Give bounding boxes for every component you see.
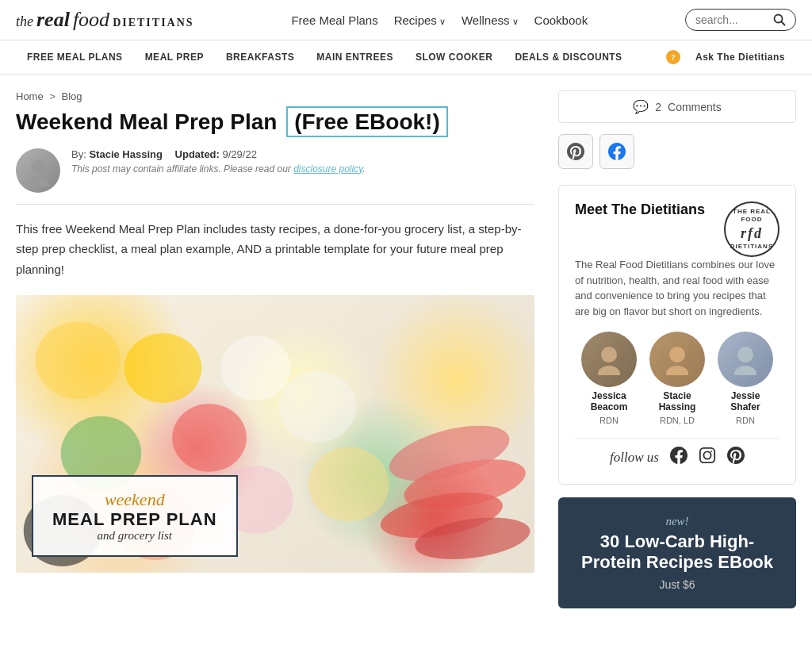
svg-point-26 xyxy=(710,451,712,452)
svg-point-7 xyxy=(172,404,247,472)
author-avatar xyxy=(16,148,60,193)
author-by-label: By: xyxy=(71,148,86,160)
follow-row: follow us xyxy=(575,438,779,468)
svg-point-8 xyxy=(221,336,291,401)
sidebar: 💬 2 Comments THE REAL FOOD rfd DIETITI xyxy=(558,90,796,608)
search-box[interactable] xyxy=(685,9,796,31)
secondary-nav: FREE MEAL PLANS MEAL PREP BREAKFASTS MAI… xyxy=(0,40,812,75)
sec-nav-deals[interactable]: DEALS & DISCOUNTS xyxy=(504,48,633,66)
svg-point-20 xyxy=(669,347,685,363)
jessie-name: JessieShafer xyxy=(730,390,760,412)
affiliate-note: This post may contain affiliate links. P… xyxy=(71,163,534,175)
instagram-follow-icon[interactable] xyxy=(699,447,716,468)
card-weekend: weekend xyxy=(52,489,217,510)
logo-the: the xyxy=(16,13,33,30)
rfd-middle: rfd xyxy=(741,224,763,243)
main-nav-links: Free Meal Plans Recipes Wellness Cookboo… xyxy=(218,13,661,27)
svg-point-4 xyxy=(35,322,120,400)
jessie-avatar xyxy=(718,332,773,387)
author-avatar-icon xyxy=(22,155,54,186)
comments-count: 2 xyxy=(655,101,661,113)
nav-cookbook[interactable]: Cookbook xyxy=(534,13,588,27)
hero-image: weekend MEAL PREP PLAN and grocery list xyxy=(16,295,534,573)
jessica-avatar-icon xyxy=(593,343,625,375)
comments-label: Comments xyxy=(668,101,722,113)
updated-date: 9/29/22 xyxy=(223,148,257,160)
main-container: Home > Blog Weekend Meal Prep Plan (Free… xyxy=(0,75,812,624)
author-section: By: Stacie Hassing Updated: 9/29/22 This… xyxy=(16,148,534,205)
breadcrumb-blog[interactable]: Blog xyxy=(62,90,82,102)
comments-bar[interactable]: 💬 2 Comments xyxy=(558,90,796,123)
site-logo[interactable]: the real food DIETITIANS xyxy=(16,8,194,32)
facebook-icon xyxy=(608,143,626,160)
logo-dietitians: DIETITIANS xyxy=(113,17,193,29)
jessica-avatar xyxy=(581,332,637,387)
pinterest-follow-icon[interactable] xyxy=(727,447,745,468)
breadcrumb: Home > Blog xyxy=(16,90,534,102)
jessica-name: JessicaBeacom xyxy=(591,390,628,412)
author-info: By: Stacie Hassing Updated: 9/29/22 This… xyxy=(71,148,534,175)
svg-point-9 xyxy=(279,371,357,443)
nav-free-meal-plans[interactable]: Free Meal Plans xyxy=(291,13,377,27)
card-subtitle: and grocery list xyxy=(52,529,217,543)
nav-recipes[interactable]: Recipes xyxy=(394,13,446,27)
dietitian-stacie: StacieHassing RDN, LD xyxy=(649,332,705,425)
follow-label: follow us xyxy=(610,450,659,466)
svg-point-19 xyxy=(598,366,620,375)
facebook-follow-icon[interactable] xyxy=(670,447,688,468)
search-input[interactable] xyxy=(695,13,767,26)
svg-line-1 xyxy=(782,22,785,25)
logo-real: real xyxy=(36,8,70,32)
meal-prep-card: weekend MEAL PREP PLAN and grocery list xyxy=(32,475,238,557)
dietitian-jessica: JessicaBeacom RDN xyxy=(581,332,637,425)
title-main: Weekend Meal Prep Plan xyxy=(16,109,277,134)
sec-nav-slow-cooker[interactable]: SLOW COOKER xyxy=(404,48,504,66)
stacie-avatar-icon xyxy=(661,343,693,375)
sec-nav-meal-prep[interactable]: MEAL PREP xyxy=(134,48,215,66)
logo-food: food xyxy=(73,8,109,32)
stacie-avatar xyxy=(649,332,705,387)
jessica-cred: RDN xyxy=(599,416,619,425)
ebook-new-label: new! xyxy=(573,515,782,528)
jessie-avatar-icon xyxy=(730,343,761,375)
search-icon xyxy=(773,13,786,26)
svg-point-3 xyxy=(27,177,49,186)
sec-nav-breakfasts[interactable]: BREAKFASTS xyxy=(215,48,305,66)
updated-label: Updated: xyxy=(175,148,220,160)
stacie-cred: RDN, LD xyxy=(660,416,695,425)
ebook-title: 30 Low-Carb High-Protein Recipes EBook xyxy=(573,531,782,574)
meet-dietitians-box: THE REAL FOOD rfd DIETITIANS Meet The Di… xyxy=(558,185,796,485)
disclosure-policy-link[interactable]: disclosure policy xyxy=(293,163,362,175)
pinterest-share-button[interactable] xyxy=(558,134,593,169)
rfd-logo-circle: THE REAL FOOD rfd DIETITIANS xyxy=(724,201,779,257)
author-name[interactable]: Stacie Hassing xyxy=(89,148,163,160)
intro-text: This free Weekend Meal Prep Plan include… xyxy=(16,219,534,280)
svg-point-22 xyxy=(737,347,753,363)
content-area: Home > Blog Weekend Meal Prep Plan (Free… xyxy=(16,90,534,608)
ask-dietitians-label[interactable]: Ask The Dietitians xyxy=(684,48,796,66)
svg-point-21 xyxy=(666,366,688,375)
stacie-name: StacieHassing xyxy=(659,390,696,412)
share-buttons xyxy=(558,134,796,169)
card-title: MEAL PREP PLAN xyxy=(52,510,217,529)
title-highlight: (Free EBook!) xyxy=(286,106,448,137)
breadcrumb-home[interactable]: Home xyxy=(16,90,44,102)
sec-nav-main-entrees[interactable]: MAIN ENTREES xyxy=(305,48,404,66)
facebook-share-button[interactable] xyxy=(599,134,634,169)
comment-bubble-icon: 💬 xyxy=(633,99,649,114)
meet-description: The Real Food Dietitians combines our lo… xyxy=(575,257,779,319)
nav-wellness[interactable]: Wellness xyxy=(462,13,519,27)
rfd-top-text: THE REAL FOOD xyxy=(726,208,778,224)
pinterest-icon xyxy=(567,143,584,160)
ask-icon: ? xyxy=(666,50,680,64)
dietitians-row: JessicaBeacom RDN StacieHassing RDN, LD xyxy=(575,332,779,425)
rfd-bottom-text: DIETITIANS xyxy=(730,243,773,251)
ask-dietitians-link[interactable]: ? Ask The Dietitians xyxy=(666,48,796,66)
author-name-line: By: Stacie Hassing Updated: 9/29/22 xyxy=(71,148,534,160)
ebook-promo[interactable]: new! 30 Low-Carb High-Protein Recipes EB… xyxy=(558,497,796,608)
jessie-cred: RDN xyxy=(736,416,755,425)
svg-rect-24 xyxy=(700,448,714,462)
svg-point-5 xyxy=(124,333,202,403)
sec-nav-free-meal-plans[interactable]: FREE MEAL PLANS xyxy=(16,48,134,66)
ebook-price: Just $6 xyxy=(573,578,782,591)
